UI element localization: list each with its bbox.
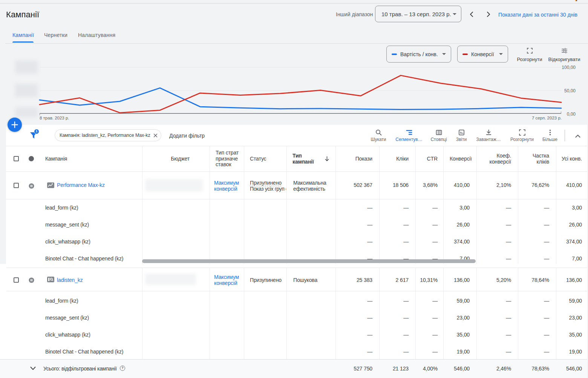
all-conv-value: 136,00 [566,277,582,283]
status-cell: Призупинено [250,277,282,283]
chevron-down-icon [499,53,503,55]
last-30-days-link[interactable]: Показати дані за останні 30 днів [498,12,577,18]
col-header-clicks[interactable]: Кліки [396,156,409,162]
campaign-row[interactable]: Performance Max-kz Максимум конверсій Пр… [6,171,587,199]
conversions-value: 3,00 [459,205,470,211]
col-header-bid-strategy[interactable]: Тип страт призначе ставок [216,150,243,168]
impressions-total: 527 750 [354,366,372,372]
col-header-ctr[interactable]: CTR [427,156,438,162]
col-header-conv-rate[interactable]: Коеф. конверсії [490,153,511,165]
redacted-axis-label [15,84,38,97]
close-icon[interactable] [153,133,158,138]
col-header-campaign[interactable]: Кампанія [45,156,67,162]
sort-desc-icon [325,156,329,162]
col-header-impressions[interactable]: Покази [355,156,372,162]
performance-max-icon [47,182,54,188]
col-header-conversions[interactable]: Конверсії [450,156,472,162]
chevron-down-icon [442,53,446,55]
conversions-value: 410,00 [454,182,470,188]
totals-row: Усього: відфільтровані кампанії ? 527 75… [0,359,587,378]
tab-campaigns[interactable]: Кампанії [12,32,34,38]
paused-status-icon[interactable] [29,277,34,283]
dash: — [544,205,549,211]
chevron-left-icon [469,11,475,18]
toolbar-download[interactable]: Завантаж… [472,129,505,142]
search-campaign-icon [47,277,54,282]
dash: — [506,349,511,355]
collapse-table-button[interactable] [573,132,582,141]
help-icon[interactable]: ? [120,366,125,371]
dash: — [432,205,438,211]
col-header-budget[interactable]: Бюджет [171,156,190,162]
dash: — [403,332,409,338]
top-divider [0,3,588,4]
campaign-row[interactable]: ladisten_kz Максимум конверсій Призупине… [0,268,587,291]
dash: — [544,222,549,228]
col-header-status[interactable]: Статус [250,156,266,162]
dash: — [506,222,511,228]
col-header-click-share[interactable]: Частка кліків [533,153,549,165]
horizontal-scrollbar[interactable] [142,259,476,263]
conversions-value: 59,00 [457,298,470,304]
tab-drafts[interactable]: Чернетки [44,32,67,38]
all-conv-value: 19,00 [569,349,582,355]
col-header-campaign-type[interactable]: Тип кампанії [292,153,314,165]
dash: — [367,315,372,321]
metric-selector-2[interactable]: Конверсії [457,46,508,63]
campaign-type-cell: Максимальна ефективність [293,180,326,192]
report-chart-icon [458,129,465,136]
filter-chip[interactable]: Кампанія: ladisten_kz, Performance Max-k… [55,129,161,141]
bid-strategy-link[interactable]: Максимум конверсій [214,274,239,286]
add-campaign-button[interactable] [8,118,22,132]
campaign-link[interactable]: ladisten_kz [57,277,83,283]
campaign-type-cell: Пошукова [293,277,317,283]
chevron-down-icon [453,13,456,15]
conversion-subrow: Binotel Chat - Chat happened (kz) — — — … [0,343,587,360]
search-icon [375,129,382,136]
bid-strategy-link[interactable]: Максимум конверсій [214,180,239,192]
dash: — [544,332,549,338]
table-header-row: Кампанія Бюджет Тип страт призначе ставо… [6,146,587,171]
select-all-checkbox[interactable] [14,156,19,161]
chevron-down-icon[interactable] [30,366,36,371]
chart-adjust-button[interactable]: Відкоригувати [547,47,581,62]
toolbar-divider [565,130,565,141]
dash: — [506,205,511,211]
dash: — [367,332,372,338]
conv-rate-value: 5,20% [496,277,511,283]
chart-expand-button[interactable]: Розгорнути [513,47,547,62]
fullscreen-icon [527,47,533,54]
metric-selector-1[interactable]: Вартість / конв. [386,46,451,63]
row-checkbox[interactable] [14,183,19,188]
toolbar-segment[interactable]: Сегментув… [392,129,426,142]
toolbar-more[interactable]: Більше [533,129,567,142]
redacted-axis-label [15,107,38,117]
redacted-budget [145,179,203,191]
all-conv-value: 59,00 [569,298,582,304]
filter-chip-label: Кампанія: ladisten_kz, Performance Max-k… [60,133,150,138]
top-edge-artifact [575,0,577,1]
subrow-label: message_sent (kz) [45,222,89,228]
dash: — [432,349,438,355]
campaign-link[interactable]: Performance Max-kz [57,182,105,188]
ctr-value: 10,31% [420,277,438,283]
date-prev-button[interactable] [469,11,475,18]
tab-settings[interactable]: Налаштування [78,32,115,38]
date-range-selector[interactable]: 10 трав. – 13 серп. 2023 р. [375,6,461,22]
subrow-label: click_whatsapp (kz) [45,239,90,245]
status-cell[interactable]: Призупинено Показ усіх груп о [250,180,286,192]
all-conv-value: 35,00 [569,332,582,338]
add-filter-button[interactable]: Додати фільтр [169,133,205,139]
col-header-all-conv[interactable]: Усі конв. [562,156,582,162]
total-label: Усього: відфільтровані кампанії [43,366,117,372]
dash: — [544,239,549,245]
row-checkbox[interactable] [14,277,19,283]
dash: — [403,298,409,304]
dash: — [403,349,409,355]
paused-status-icon[interactable] [29,183,34,189]
dash: — [432,315,438,321]
conversions-value: 35,00 [457,332,470,338]
conversions-value: 136,00 [454,277,470,283]
date-next-button[interactable] [485,11,492,18]
toolbar-search[interactable]: Шукати [361,129,395,142]
